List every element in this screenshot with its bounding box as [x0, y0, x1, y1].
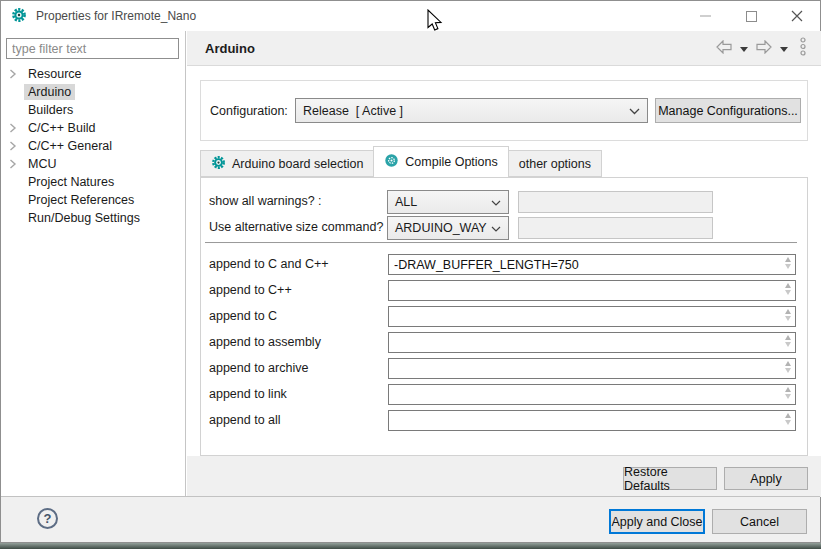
page-header: Arduino [187, 31, 821, 66]
size-command-value: ARDUINO_WAY [395, 221, 487, 235]
tree-item-label: Arduino [24, 84, 75, 100]
chevron-right-icon[interactable] [9, 69, 24, 79]
tree-item-label: C/C++ Build [24, 120, 99, 136]
tab-other-options[interactable]: other options [508, 150, 602, 177]
sidebar-item-mcu[interactable]: MCU [1, 155, 185, 173]
append-all-field [388, 410, 796, 431]
section-divider [205, 242, 797, 244]
window-title: Properties for IRremote_Nano [36, 9, 196, 23]
chevron-down-icon [491, 195, 501, 209]
append-c-cpp-input[interactable] [388, 254, 796, 275]
tab-arduino-board-selection[interactable]: Arduino board selection [200, 150, 374, 177]
tab-label: other options [519, 157, 591, 171]
sidebar-item-builders[interactable]: Builders [1, 101, 185, 119]
sidebar: Resource Arduino Builders C/C++ Build C/… [1, 31, 186, 497]
compile-gear-icon [384, 153, 399, 171]
forward-arrow-icon[interactable] [755, 40, 773, 57]
page-button-strip: Restore Defaults Apply [187, 456, 821, 497]
back-arrow-icon[interactable] [715, 40, 733, 57]
append-c-field [388, 306, 796, 327]
append-archive-field [388, 358, 796, 379]
maximize-button[interactable] [728, 1, 774, 31]
append-c-cpp-field [388, 254, 796, 275]
append-all-label: append to all [209, 413, 281, 427]
chevron-right-icon[interactable] [9, 141, 24, 151]
tree-item-label: Builders [24, 102, 77, 118]
append-link-field [388, 384, 796, 405]
configuration-value: Release [ Active ] [303, 104, 403, 118]
size-command-label: Use alternative size command? : [209, 220, 390, 234]
spinner-icon [783, 283, 793, 295]
sidebar-item-cpp-build[interactable]: C/C++ Build [1, 119, 185, 137]
size-command-select[interactable]: ARDUINO_WAY [387, 216, 509, 240]
properties-tree: Resource Arduino Builders C/C++ Build C/… [1, 65, 185, 227]
restore-defaults-button[interactable]: Restore Defaults [623, 467, 717, 490]
spinner-icon [783, 387, 793, 399]
dialog-button-bar: ? Apply and Close Cancel [1, 496, 820, 542]
spinner-icon [783, 413, 793, 425]
append-assembly-label: append to assembly [209, 335, 321, 349]
tab-compile-options[interactable]: Compile Options [373, 146, 508, 177]
close-icon [791, 10, 803, 22]
append-link-label: append to link [209, 387, 287, 401]
configuration-label: Configuration: [210, 104, 295, 118]
close-button[interactable] [774, 1, 820, 31]
chevron-down-icon [629, 104, 640, 118]
sidebar-item-cpp-general[interactable]: C/C++ General [1, 137, 185, 155]
page-title: Arduino [205, 41, 255, 56]
append-link-input[interactable] [388, 384, 796, 405]
sidebar-item-run-debug-settings[interactable]: Run/Debug Settings [1, 209, 185, 227]
append-cpp-label: append to C++ [209, 283, 292, 297]
append-archive-input[interactable] [388, 358, 796, 379]
append-assembly-field [388, 332, 796, 353]
append-c-label: append to C [209, 309, 277, 323]
titlebar: Properties for IRremote_Nano [1, 1, 820, 31]
show-all-warnings-select[interactable]: ALL [387, 190, 509, 214]
manage-configurations-button[interactable]: Manage Configurations... [655, 98, 801, 123]
minimize-icon [700, 15, 711, 17]
board-gear-icon [211, 155, 226, 173]
filter-input[interactable] [6, 38, 179, 59]
tree-item-label: Project Natures [24, 174, 118, 190]
properties-dialog: Properties for IRremote_Nano Resource Ar… [0, 0, 821, 543]
main-panel: Arduino [187, 31, 821, 497]
spinner-icon [783, 361, 793, 373]
append-c-cpp-label: append to C and C++ [209, 257, 329, 271]
configuration-select[interactable]: Release [ Active ] [295, 98, 648, 123]
configuration-group: Configuration: Release [ Active ] Manage… [200, 80, 808, 141]
tree-item-label: Run/Debug Settings [24, 210, 144, 226]
append-cpp-field [388, 280, 796, 301]
help-icon[interactable]: ? [37, 508, 58, 529]
chevron-right-icon[interactable] [9, 159, 24, 169]
sidebar-item-arduino[interactable]: Arduino [1, 83, 185, 101]
append-cpp-input[interactable] [388, 280, 796, 301]
tree-item-label: Resource [24, 66, 86, 82]
size-command-extra-field [518, 217, 713, 239]
chevron-right-icon[interactable] [9, 123, 24, 133]
cancel-button[interactable]: Cancel [712, 509, 807, 534]
tab-bar: Arduino board selection Compile Options … [200, 146, 601, 177]
tab-label: Arduino board selection [232, 157, 363, 171]
append-all-input[interactable] [388, 410, 796, 431]
show-all-warnings-value: ALL [395, 195, 417, 209]
view-menu-icon[interactable] [799, 37, 807, 59]
sidebar-item-project-references[interactable]: Project References [1, 191, 185, 209]
spinner-icon [783, 309, 793, 321]
minimize-button[interactable] [682, 1, 728, 31]
tree-item-label: MCU [24, 156, 60, 172]
append-assembly-input[interactable] [388, 332, 796, 353]
spinner-icon [783, 257, 793, 269]
sidebar-item-resource[interactable]: Resource [1, 65, 185, 83]
apply-and-close-button[interactable]: Apply and Close [609, 509, 705, 534]
window-drop-shadow [0, 543, 821, 549]
maximize-icon [746, 11, 757, 22]
apply-button[interactable]: Apply [724, 467, 808, 490]
chevron-down-icon [491, 221, 501, 235]
forward-history-caret-icon[interactable] [780, 41, 788, 55]
show-all-warnings-label: show all warnings? : [209, 194, 322, 208]
append-c-input[interactable] [388, 306, 796, 327]
compile-options-panel: show all warnings? : ALL Use alternative… [200, 177, 808, 456]
back-history-caret-icon[interactable] [740, 41, 748, 55]
sidebar-item-project-natures[interactable]: Project Natures [1, 173, 185, 191]
warnings-extra-field [518, 191, 713, 213]
